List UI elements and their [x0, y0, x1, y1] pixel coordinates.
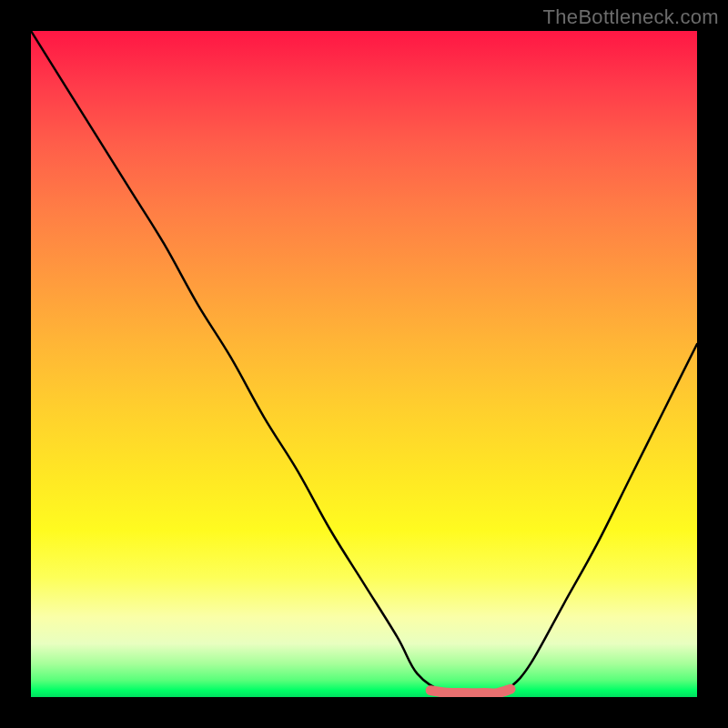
- chart-frame: TheBottleneck.com: [0, 0, 728, 728]
- plot-area: [31, 31, 697, 697]
- optimal-band-marker: [430, 689, 511, 693]
- watermark-text: TheBottleneck.com: [543, 5, 719, 29]
- bottleneck-curve: [31, 31, 697, 693]
- chart-svg: [31, 31, 697, 697]
